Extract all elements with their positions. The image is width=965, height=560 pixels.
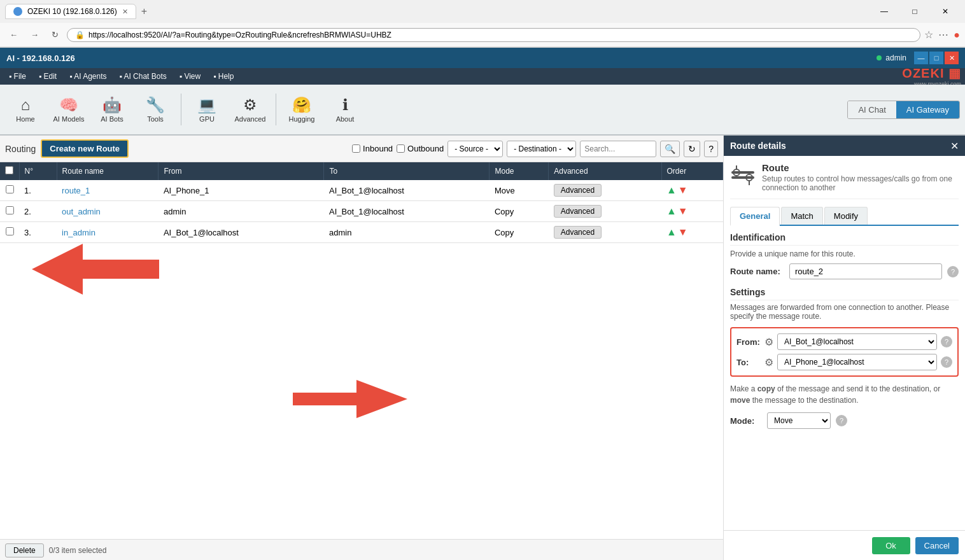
menu-ai-chat-bots[interactable]: ▪ AI Chat Bots [115, 71, 172, 82]
refresh-btn[interactable]: ↻ [47, 27, 63, 42]
toolbar: ⌂ Home 🧠 AI Models 🤖 AI Bots 🔧 Tools 💻 G… [0, 85, 965, 136]
panel-close-button[interactable]: ✕ [950, 140, 959, 152]
row3-down-icon[interactable]: ▼ [678, 227, 688, 238]
row2-order-icons: ▲ ▼ [666, 206, 717, 217]
mode-help-btn[interactable]: ? [836, 415, 847, 426]
row1-up-icon[interactable]: ▲ [666, 185, 677, 196]
ai-chat-mode-btn[interactable]: AI Chat [848, 101, 896, 118]
row3-checkbox[interactable] [6, 227, 14, 235]
delete-button[interactable]: Delete [5, 543, 44, 557]
tab-modify[interactable]: Modify [824, 207, 868, 225]
route-description: Route Setup routes to control how messag… [762, 162, 959, 192]
main-panel: Routing Create new Route Inbound Outboun… [0, 136, 723, 560]
header-num: N° [19, 162, 57, 180]
route-details-panel: Route details ✕ [723, 136, 965, 560]
row2-down-icon[interactable]: ▼ [678, 206, 688, 217]
app-minimize-btn[interactable]: — [914, 52, 928, 64]
header-from: From [158, 162, 324, 180]
row3-to: admin [324, 222, 490, 243]
outbound-filter[interactable]: Outbound [397, 144, 444, 153]
to-select[interactable]: AI_Bot_1@localhost AI_Phone_1@localhost … [777, 354, 937, 370]
select-all-checkbox[interactable] [5, 166, 13, 174]
selected-label: 0/3 item selected [49, 546, 107, 555]
route3-link[interactable]: in_admin [62, 228, 95, 237]
ai-models-button[interactable]: 🧠 AI Models [48, 88, 89, 131]
row1-down-icon[interactable]: ▼ [678, 185, 688, 196]
route1-link[interactable]: route_1 [62, 186, 90, 195]
url-input[interactable] [88, 31, 912, 39]
app-maximize-btn[interactable]: □ [929, 52, 943, 64]
red-arrow-left [32, 244, 159, 297]
ai-bots-button[interactable]: 🤖 AI Bots [92, 88, 132, 131]
tab-general[interactable]: General [730, 207, 780, 226]
hugging-button[interactable]: 🤗 Hugging [281, 88, 322, 131]
source-filter[interactable]: - Source - [447, 141, 503, 157]
from-select[interactable]: AI_Bot_1@localhost AI_Phone_1@localhost … [777, 333, 937, 350]
bookmark-icon[interactable]: ☆ [924, 29, 933, 41]
to-label: To: [736, 358, 761, 367]
row3-up-icon[interactable]: ▲ [666, 227, 677, 238]
ai-gateway-mode-btn[interactable]: AI Gateway [896, 101, 959, 118]
row2-num: 2. [19, 201, 57, 222]
about-button[interactable]: ℹ About [325, 88, 365, 131]
search-button[interactable]: 🔍 [660, 141, 680, 157]
browser-tab[interactable]: OZEKI 10 (192.168.0.126) ✕ [5, 4, 136, 19]
menu-view[interactable]: ▪ View [174, 71, 206, 82]
home-button[interactable]: ⌂ Home [5, 88, 46, 131]
tab-match[interactable]: Match [781, 207, 822, 225]
hugging-label: Hugging [289, 115, 315, 123]
menu-edit[interactable]: ▪ Edit [34, 71, 62, 82]
extensions-icon[interactable]: ⋯ [938, 29, 948, 41]
inbound-checkbox[interactable] [352, 144, 360, 153]
settings-desc: Messages are forwarded from one connecti… [730, 303, 959, 321]
route-name-label: Route name: [730, 267, 784, 276]
new-tab-button[interactable]: + [136, 3, 152, 20]
route2-link[interactable]: out_admin [62, 207, 101, 216]
inbound-filter[interactable]: Inbound [352, 144, 393, 153]
row2-advanced-btn[interactable]: Advanced [554, 205, 602, 218]
row2-up-icon[interactable]: ▲ [666, 206, 677, 217]
row3-advanced-btn[interactable]: Advanced [554, 226, 602, 239]
to-help-btn[interactable]: ? [941, 356, 952, 368]
address-bar[interactable]: 🔒 [67, 28, 920, 42]
from-conn-icon: ⚙ [764, 336, 773, 348]
ok-button[interactable]: Ok [872, 537, 910, 554]
panel-tabs: General Match Modify [730, 207, 959, 226]
app-close-btn[interactable]: ✕ [945, 52, 959, 64]
mode-label: Mode: [730, 416, 762, 426]
cancel-button[interactable]: Cancel [915, 537, 959, 554]
gpu-button[interactable]: 💻 GPU [187, 88, 227, 131]
browser-close-btn[interactable]: ✕ [931, 2, 960, 21]
row3-from: AI_Bot_1@localhost [158, 222, 324, 243]
outbound-checkbox[interactable] [397, 144, 405, 153]
search-input[interactable] [580, 141, 656, 157]
refresh-button[interactable]: ↻ [684, 141, 700, 157]
browser-maximize-btn[interactable]: □ [900, 2, 929, 21]
create-route-button[interactable]: Create new Route [41, 139, 129, 158]
route-name-input[interactable] [789, 263, 942, 279]
ai-bots-label: AI Bots [101, 115, 123, 123]
advanced-button[interactable]: ⚙ Advanced [230, 88, 271, 131]
profile-icon[interactable]: ● [954, 29, 960, 41]
mode-select[interactable]: Move Copy [767, 412, 831, 429]
row1-checkbox[interactable] [6, 185, 14, 193]
row1-advanced-btn[interactable]: Advanced [554, 184, 602, 197]
row2-checkbox[interactable] [6, 206, 14, 214]
ai-models-label: AI Models [53, 115, 85, 123]
toolbar-separator-2 [276, 94, 276, 125]
from-help-btn[interactable]: ? [941, 336, 952, 347]
row1-advanced: Advanced [549, 180, 661, 201]
route-icon [730, 162, 756, 192]
route-name-help-btn[interactable]: ? [947, 266, 959, 277]
back-btn[interactable]: ← [5, 27, 22, 42]
tab-close-btn[interactable]: ✕ [122, 8, 128, 16]
browser-minimize-btn[interactable]: — [870, 2, 899, 21]
menu-ai-agents[interactable]: ▪ AI Agents [64, 71, 111, 82]
destination-filter[interactable]: - Destination - [507, 141, 576, 157]
menu-file[interactable]: ▪ File [4, 71, 31, 82]
tools-button[interactable]: 🔧 Tools [135, 88, 176, 131]
row1-num: 1. [19, 180, 57, 201]
help-button[interactable]: ? [704, 141, 718, 157]
forward-btn[interactable]: → [26, 27, 43, 42]
menu-help[interactable]: ▪ Help [208, 71, 239, 82]
